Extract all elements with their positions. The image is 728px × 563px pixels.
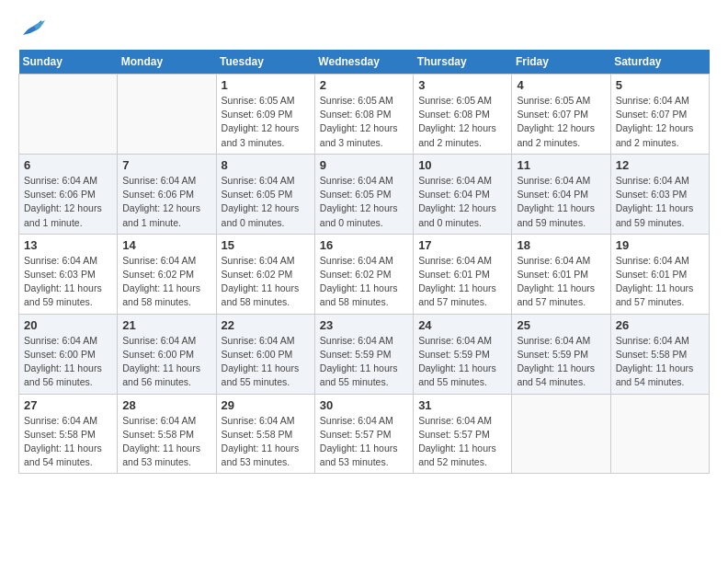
day-detail: Sunrise: 6:04 AM Sunset: 6:06 PM Dayligh… xyxy=(122,174,210,230)
calendar-cell: 16Sunrise: 6:04 AM Sunset: 6:02 PM Dayli… xyxy=(314,234,413,314)
calendar-cell: 23Sunrise: 6:04 AM Sunset: 5:59 PM Dayli… xyxy=(314,314,413,394)
day-detail: Sunrise: 6:04 AM Sunset: 5:59 PM Dayligh… xyxy=(517,334,605,390)
calendar-cell: 24Sunrise: 6:04 AM Sunset: 5:59 PM Dayli… xyxy=(414,314,512,394)
calendar-cell: 22Sunrise: 6:04 AM Sunset: 6:00 PM Dayli… xyxy=(216,314,314,394)
day-number: 13 xyxy=(24,238,112,252)
calendar-cell: 25Sunrise: 6:04 AM Sunset: 5:59 PM Dayli… xyxy=(512,314,610,394)
calendar-cell: 30Sunrise: 6:04 AM Sunset: 5:57 PM Dayli… xyxy=(314,394,413,474)
day-detail: Sunrise: 6:04 AM Sunset: 5:58 PM Dayligh… xyxy=(24,414,112,470)
day-detail: Sunrise: 6:05 AM Sunset: 6:08 PM Dayligh… xyxy=(418,94,506,150)
day-detail: Sunrise: 6:04 AM Sunset: 6:03 PM Dayligh… xyxy=(616,174,704,230)
calendar-week-row: 13Sunrise: 6:04 AM Sunset: 6:03 PM Dayli… xyxy=(19,234,710,314)
column-header-monday: Monday xyxy=(118,50,216,75)
calendar-cell: 31Sunrise: 6:04 AM Sunset: 5:57 PM Dayli… xyxy=(414,394,512,474)
calendar-cell: 20Sunrise: 6:04 AM Sunset: 6:00 PM Dayli… xyxy=(19,314,118,394)
calendar-table: SundayMondayTuesdayWednesdayThursdayFrid… xyxy=(18,50,710,474)
day-detail: Sunrise: 6:04 AM Sunset: 6:00 PM Dayligh… xyxy=(24,334,112,390)
day-number: 25 xyxy=(517,318,605,332)
calendar-cell: 11Sunrise: 6:04 AM Sunset: 6:04 PM Dayli… xyxy=(512,154,610,234)
day-number: 23 xyxy=(320,318,408,332)
day-detail: Sunrise: 6:04 AM Sunset: 6:02 PM Dayligh… xyxy=(222,254,310,310)
calendar-cell: 21Sunrise: 6:04 AM Sunset: 6:00 PM Dayli… xyxy=(118,314,216,394)
day-number: 10 xyxy=(418,158,506,172)
calendar-cell: 28Sunrise: 6:04 AM Sunset: 5:58 PM Dayli… xyxy=(118,394,216,474)
calendar-cell: 19Sunrise: 6:04 AM Sunset: 6:01 PM Dayli… xyxy=(610,234,709,314)
calendar-cell: 6Sunrise: 6:04 AM Sunset: 6:06 PM Daylig… xyxy=(19,154,118,234)
day-number: 1 xyxy=(222,78,310,92)
day-detail: Sunrise: 6:04 AM Sunset: 5:58 PM Dayligh… xyxy=(616,334,704,390)
day-number: 7 xyxy=(122,158,210,172)
calendar-week-row: 6Sunrise: 6:04 AM Sunset: 6:06 PM Daylig… xyxy=(19,154,710,234)
calendar-cell: 3Sunrise: 6:05 AM Sunset: 6:08 PM Daylig… xyxy=(414,75,512,155)
day-detail: Sunrise: 6:04 AM Sunset: 6:07 PM Dayligh… xyxy=(616,94,704,150)
calendar-cell: 7Sunrise: 6:04 AM Sunset: 6:06 PM Daylig… xyxy=(118,154,216,234)
day-detail: Sunrise: 6:04 AM Sunset: 6:05 PM Dayligh… xyxy=(320,174,408,230)
column-header-saturday: Saturday xyxy=(610,50,709,75)
day-detail: Sunrise: 6:04 AM Sunset: 6:01 PM Dayligh… xyxy=(418,254,506,310)
day-detail: Sunrise: 6:04 AM Sunset: 6:06 PM Dayligh… xyxy=(24,174,112,230)
day-detail: Sunrise: 6:04 AM Sunset: 6:00 PM Dayligh… xyxy=(222,334,310,390)
day-detail: Sunrise: 6:04 AM Sunset: 6:01 PM Dayligh… xyxy=(616,254,704,310)
column-header-tuesday: Tuesday xyxy=(216,50,314,75)
day-number: 16 xyxy=(320,238,408,252)
day-number: 29 xyxy=(222,398,310,412)
day-number: 14 xyxy=(122,238,210,252)
calendar-cell: 10Sunrise: 6:04 AM Sunset: 6:04 PM Dayli… xyxy=(414,154,512,234)
day-number: 8 xyxy=(222,158,310,172)
day-detail: Sunrise: 6:04 AM Sunset: 5:59 PM Dayligh… xyxy=(418,334,506,390)
day-number: 12 xyxy=(616,158,704,172)
day-number: 30 xyxy=(320,398,408,412)
day-number: 11 xyxy=(517,158,605,172)
calendar-cell: 13Sunrise: 6:04 AM Sunset: 6:03 PM Dayli… xyxy=(19,234,118,314)
calendar-cell: 1Sunrise: 6:05 AM Sunset: 6:09 PM Daylig… xyxy=(216,75,314,155)
day-detail: Sunrise: 6:04 AM Sunset: 5:57 PM Dayligh… xyxy=(320,414,408,470)
day-detail: Sunrise: 6:05 AM Sunset: 6:09 PM Dayligh… xyxy=(222,94,310,150)
day-number: 5 xyxy=(616,78,704,92)
day-detail: Sunrise: 6:04 AM Sunset: 6:03 PM Dayligh… xyxy=(24,254,112,310)
calendar-week-row: 1Sunrise: 6:05 AM Sunset: 6:09 PM Daylig… xyxy=(19,75,710,155)
calendar-cell xyxy=(19,75,118,155)
calendar-cell: 17Sunrise: 6:04 AM Sunset: 6:01 PM Dayli… xyxy=(414,234,512,314)
day-number: 20 xyxy=(24,318,112,332)
calendar-cell: 9Sunrise: 6:04 AM Sunset: 6:05 PM Daylig… xyxy=(314,154,413,234)
calendar-cell xyxy=(118,75,216,155)
day-number: 26 xyxy=(616,318,704,332)
day-number: 2 xyxy=(320,78,408,92)
day-number: 17 xyxy=(418,238,506,252)
calendar-cell xyxy=(512,394,610,474)
calendar-cell xyxy=(610,394,709,474)
day-detail: Sunrise: 6:04 AM Sunset: 5:58 PM Dayligh… xyxy=(222,414,310,470)
calendar-header-row: SundayMondayTuesdayWednesdayThursdayFrid… xyxy=(19,50,710,75)
column-header-thursday: Thursday xyxy=(414,50,512,75)
day-detail: Sunrise: 6:04 AM Sunset: 6:01 PM Dayligh… xyxy=(517,254,605,310)
day-number: 18 xyxy=(517,238,605,252)
day-number: 24 xyxy=(418,318,506,332)
logo-bird-icon xyxy=(21,18,47,39)
calendar-cell: 15Sunrise: 6:04 AM Sunset: 6:02 PM Dayli… xyxy=(216,234,314,314)
page-header xyxy=(18,18,710,40)
day-detail: Sunrise: 6:04 AM Sunset: 5:57 PM Dayligh… xyxy=(418,414,506,470)
calendar-cell: 8Sunrise: 6:04 AM Sunset: 6:05 PM Daylig… xyxy=(216,154,314,234)
day-detail: Sunrise: 6:04 AM Sunset: 6:05 PM Dayligh… xyxy=(222,174,310,230)
calendar-cell: 27Sunrise: 6:04 AM Sunset: 5:58 PM Dayli… xyxy=(19,394,118,474)
calendar-week-row: 27Sunrise: 6:04 AM Sunset: 5:58 PM Dayli… xyxy=(19,394,710,474)
calendar-cell: 5Sunrise: 6:04 AM Sunset: 6:07 PM Daylig… xyxy=(610,75,709,155)
day-number: 9 xyxy=(320,158,408,172)
day-number: 31 xyxy=(418,398,506,412)
column-header-sunday: Sunday xyxy=(19,50,118,75)
calendar-week-row: 20Sunrise: 6:04 AM Sunset: 6:00 PM Dayli… xyxy=(19,314,710,394)
calendar-cell: 2Sunrise: 6:05 AM Sunset: 6:08 PM Daylig… xyxy=(314,75,413,155)
day-detail: Sunrise: 6:04 AM Sunset: 5:58 PM Dayligh… xyxy=(122,414,210,470)
day-number: 28 xyxy=(122,398,210,412)
column-header-friday: Friday xyxy=(512,50,610,75)
calendar-cell: 26Sunrise: 6:04 AM Sunset: 5:58 PM Dayli… xyxy=(610,314,709,394)
day-number: 21 xyxy=(122,318,210,332)
day-number: 15 xyxy=(222,238,310,252)
day-detail: Sunrise: 6:04 AM Sunset: 6:02 PM Dayligh… xyxy=(122,254,210,310)
day-detail: Sunrise: 6:04 AM Sunset: 5:59 PM Dayligh… xyxy=(320,334,408,390)
day-detail: Sunrise: 6:04 AM Sunset: 6:04 PM Dayligh… xyxy=(418,174,506,230)
day-number: 19 xyxy=(616,238,704,252)
day-number: 22 xyxy=(222,318,310,332)
calendar-cell: 14Sunrise: 6:04 AM Sunset: 6:02 PM Dayli… xyxy=(118,234,216,314)
calendar-cell: 18Sunrise: 6:04 AM Sunset: 6:01 PM Dayli… xyxy=(512,234,610,314)
